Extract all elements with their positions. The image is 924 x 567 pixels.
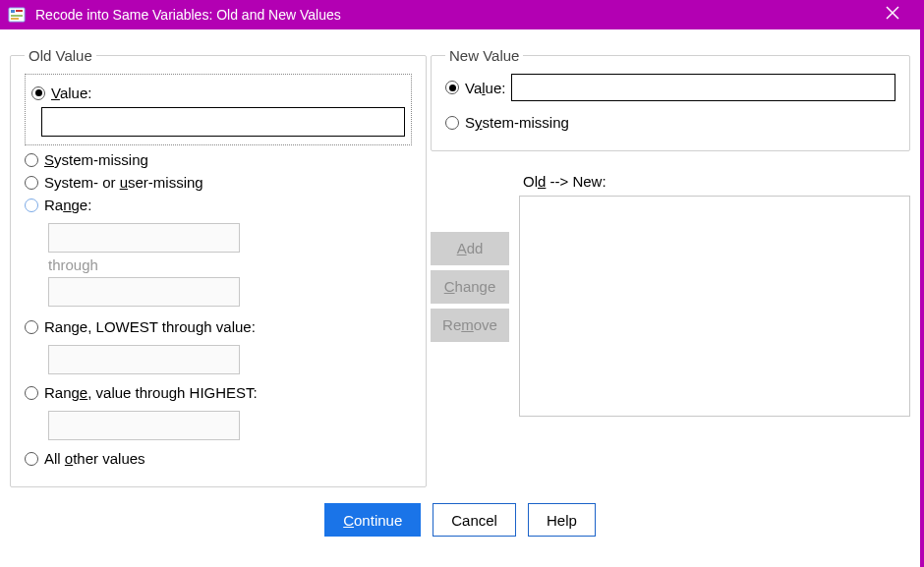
new-value-value-label[interactable]: Value: [465, 80, 505, 96]
dialog-window: Recode into Same Variables: Old and New … [0, 0, 924, 567]
titlebar: Recode into Same Variables: Old and New … [0, 0, 920, 29]
old-range-through-label: through [48, 256, 412, 273]
old-value-value-block: Value: [25, 74, 412, 145]
old-system-missing-label[interactable]: System-missing [44, 151, 148, 168]
svg-rect-3 [11, 15, 23, 17]
old-range-highest-label[interactable]: Range, value through HIGHEST: [44, 384, 258, 401]
old-range-high-input[interactable] [48, 277, 240, 307]
old-range-highest-radio[interactable] [25, 386, 38, 400]
close-icon [886, 6, 899, 20]
change-button[interactable]: Change [431, 270, 509, 304]
old-value-value-radio[interactable] [31, 86, 45, 100]
dialog-title: Recode into Same Variables: Old and New … [35, 7, 873, 23]
old-range-lowest-radio[interactable] [25, 320, 38, 334]
cancel-button[interactable]: Cancel [433, 503, 516, 537]
new-value-legend: New Value [445, 47, 523, 64]
mapping-area: Add Change Remove Old --> New: [431, 173, 910, 417]
old-value-legend: Old Value [25, 47, 96, 64]
old-system-missing-radio[interactable] [25, 153, 38, 167]
old-all-other-radio[interactable] [25, 452, 38, 466]
new-value-value-input[interactable] [511, 74, 895, 101]
dialog-footer: Continue Cancel Help [0, 503, 920, 537]
dialog-content: Old Value Value: System-missing System- … [0, 29, 920, 493]
old-range-low-input[interactable] [48, 223, 240, 253]
new-system-missing-radio[interactable] [445, 116, 459, 130]
remove-button[interactable]: Remove [431, 309, 509, 342]
old-system-user-missing-radio[interactable] [25, 176, 38, 190]
new-value-group: New Value Value: System-missing [431, 47, 910, 151]
old-range-highest-input[interactable] [48, 411, 240, 440]
app-icon [8, 6, 26, 24]
old-range-lowest-label[interactable]: Range, LOWEST through value: [44, 318, 256, 335]
new-value-value-radio[interactable] [445, 81, 459, 94]
svg-rect-4 [11, 18, 19, 20]
continue-button[interactable]: Continue [324, 503, 421, 537]
old-range-radio[interactable] [25, 198, 38, 212]
old-range-label[interactable]: Range: [44, 197, 91, 213]
new-system-missing-label[interactable]: System-missing [465, 114, 569, 131]
old-value-value-input[interactable] [41, 107, 405, 137]
help-button[interactable]: Help [528, 503, 596, 537]
old-all-other-label[interactable]: All other values [44, 450, 145, 467]
mapping-list-label: Old --> New: [523, 173, 910, 190]
old-value-value-label[interactable]: Value: [51, 85, 91, 101]
old-system-user-missing-label[interactable]: System- or user-missing [44, 174, 203, 191]
svg-rect-2 [16, 10, 23, 12]
old-value-column: Old Value Value: System-missing System- … [10, 47, 413, 487]
close-button[interactable] [873, 6, 912, 24]
old-range-lowest-input[interactable] [48, 345, 240, 374]
mapping-listbox[interactable] [519, 196, 910, 417]
old-value-group: Old Value Value: System-missing System- … [10, 47, 427, 487]
add-button[interactable]: Add [431, 232, 509, 265]
new-value-column: New Value Value: System-missing Add [431, 47, 910, 487]
mapping-button-stack: Add Change Remove [431, 232, 509, 417]
svg-rect-1 [11, 10, 15, 13]
